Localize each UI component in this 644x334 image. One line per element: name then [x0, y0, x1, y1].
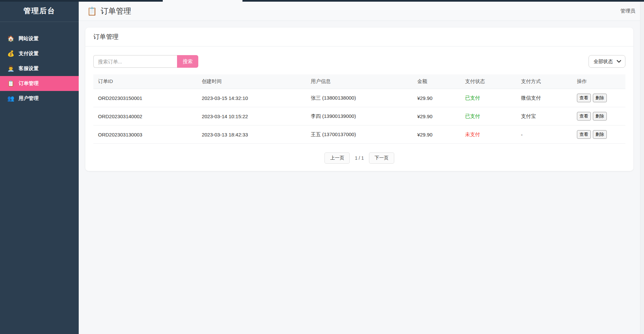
- actions-cell: 查看删除: [572, 125, 625, 144]
- amount-cell: ¥29.90: [413, 107, 460, 125]
- table-row: ORD2023031300032023-03-13 18:42:33王五 (13…: [93, 125, 625, 144]
- payment-status-cell: 未支付: [460, 125, 516, 144]
- user-info-cell: 王五 (13700137000): [306, 125, 413, 144]
- payment-status-cell: 已支付: [460, 107, 516, 125]
- column-header: 支付方式: [516, 74, 572, 89]
- payment-status-cell: 已支付: [460, 89, 516, 107]
- next-page-button[interactable]: 下一页: [369, 152, 394, 164]
- payment-method-cell: -: [516, 125, 572, 144]
- sidebar-item-support[interactable]: 👨‍💼客服设置: [0, 61, 79, 76]
- created-time-cell: 2023-03-15 14:32:10: [197, 89, 306, 107]
- sidebar-item-label: 客服设置: [19, 65, 39, 72]
- payment-method-cell: 微信支付: [516, 89, 572, 107]
- payment-method-cell: 支付宝: [516, 107, 572, 125]
- table-row: ORD2023031400022023-03-14 10:15:22李四 (13…: [93, 107, 625, 125]
- order-management-card: 订单管理 搜索 全部状态: [85, 28, 633, 171]
- column-header: 操作: [572, 74, 625, 89]
- sidebar: 管理后台 🏠网站设置💰支付设置👨‍💼客服设置📋订单管理👥用户管理: [0, 0, 79, 334]
- user-info-cell: 李四 (13900139000): [306, 107, 413, 125]
- card-body: 搜索 全部状态 订单ID创建时间用户信息金额支付状态支付方式操作 ORD2023: [85, 46, 633, 171]
- user-label[interactable]: 管理员: [620, 8, 635, 14]
- status-filter-select[interactable]: 全部状态: [589, 55, 625, 68]
- app-title: 管理后台: [0, 0, 79, 22]
- status-filter-value: 全部状态: [594, 58, 613, 65]
- users-icon: 👥: [7, 96, 14, 101]
- chevron-down-icon: [617, 60, 621, 63]
- home-icon: 🏠: [7, 36, 14, 42]
- content: 订单管理 搜索 全部状态: [79, 21, 640, 178]
- prev-page-button[interactable]: 上一页: [324, 152, 350, 164]
- card-header: 订单管理: [85, 28, 633, 46]
- search-input[interactable]: [93, 55, 177, 68]
- money-bag-icon: 💰: [7, 51, 14, 56]
- table-body: ORD2023031500012023-03-15 14:32:10张三 (13…: [93, 89, 625, 144]
- topline-light-segment: [163, 0, 242, 2]
- view-button[interactable]: 查看: [577, 112, 591, 121]
- table-header-row: 订单ID创建时间用户信息金额支付状态支付方式操作: [93, 74, 625, 89]
- sidebar-item-users[interactable]: 👥用户管理: [0, 91, 79, 106]
- order-id-cell: ORD202303150001: [93, 89, 197, 107]
- delete-button[interactable]: 删除: [593, 130, 607, 139]
- page-title: 订单管理: [101, 6, 131, 16]
- main-area: 📋 订单管理 管理员 订单管理 搜索 全部状态: [79, 2, 640, 334]
- created-time-cell: 2023-03-13 18:42:33: [197, 125, 306, 144]
- page-title-group: 📋 订单管理: [87, 6, 131, 16]
- clipboard-icon: 📋: [7, 81, 14, 86]
- topbar: 📋 订单管理 管理员: [79, 2, 640, 21]
- sidebar-item-label: 支付设置: [19, 50, 39, 57]
- user-info-cell: 张三 (13800138000): [306, 89, 413, 107]
- actions-cell: 查看删除: [572, 89, 625, 107]
- view-button[interactable]: 查看: [577, 130, 591, 139]
- sidebar-item-site[interactable]: 🏠网站设置: [0, 31, 79, 46]
- sidebar-item-label: 用户管理: [19, 95, 39, 102]
- orders-table: 订单ID创建时间用户信息金额支付状态支付方式操作 ORD202303150001…: [93, 74, 625, 144]
- clipboard-icon: 📋: [87, 7, 97, 15]
- scrollbar-track[interactable]: [640, 2, 644, 334]
- support-agent-icon: 👨‍💼: [7, 66, 14, 71]
- window-top-edge: [0, 0, 644, 2]
- column-header: 订单ID: [93, 74, 197, 89]
- column-header: 支付状态: [460, 74, 516, 89]
- column-header: 用户信息: [306, 74, 413, 89]
- search-button[interactable]: 搜索: [177, 55, 198, 68]
- column-header: 创建时间: [197, 74, 306, 89]
- delete-button[interactable]: 删除: [593, 112, 607, 121]
- sidebar-item-payment[interactable]: 💰支付设置: [0, 46, 79, 61]
- table-row: ORD2023031500012023-03-15 14:32:10张三 (13…: [93, 89, 625, 107]
- card-title: 订单管理: [93, 33, 625, 41]
- amount-cell: ¥29.90: [413, 89, 460, 107]
- sidebar-item-orders[interactable]: 📋订单管理: [0, 76, 79, 91]
- sidebar-item-label: 网站设置: [19, 36, 39, 42]
- created-time-cell: 2023-03-14 10:15:22: [197, 107, 306, 125]
- page-info: 1 / 1: [355, 155, 364, 161]
- view-button[interactable]: 查看: [577, 94, 591, 102]
- column-header: 金额: [413, 74, 460, 89]
- sidebar-menu: 🏠网站设置💰支付设置👨‍💼客服设置📋订单管理👥用户管理: [0, 31, 79, 106]
- search-group: 搜索: [93, 55, 198, 68]
- pagination: 上一页 1 / 1 下一页: [93, 152, 625, 164]
- order-id-cell: ORD202303130003: [93, 125, 197, 144]
- table-toolbar: 搜索 全部状态: [93, 55, 625, 68]
- sidebar-item-label: 订单管理: [19, 80, 39, 87]
- actions-cell: 查看删除: [572, 107, 625, 125]
- order-id-cell: ORD202303140002: [93, 107, 197, 125]
- delete-button[interactable]: 删除: [593, 94, 607, 102]
- amount-cell: ¥29.90: [413, 125, 460, 144]
